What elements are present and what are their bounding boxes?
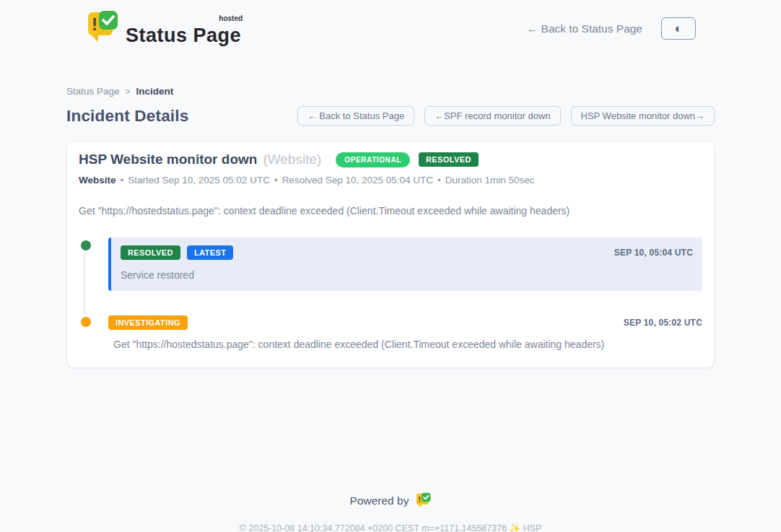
back-to-status-button[interactable]: ← Back to Status Page bbox=[297, 106, 414, 126]
incident-component: (Website) bbox=[263, 152, 321, 167]
theme-toggle-button[interactable]: ◐ bbox=[661, 17, 696, 40]
meta-separator: • bbox=[274, 175, 278, 186]
timeline-dot-orange bbox=[79, 315, 93, 329]
brand-logo[interactable]: ! Status Page hosted bbox=[85, 10, 241, 47]
breadcrumb-separator: > bbox=[126, 87, 131, 97]
brand-superscript: hosted bbox=[219, 14, 243, 22]
timeline-badge-resolved: RESOLVED bbox=[121, 245, 180, 260]
meta-duration: Duration 1min 50sec bbox=[445, 175, 535, 186]
powered-by-label: Powered by bbox=[350, 494, 409, 507]
timeline-dot-green bbox=[79, 238, 93, 253]
page-title: Incident Details bbox=[66, 107, 189, 126]
meta-separator: • bbox=[121, 175, 124, 186]
svg-text:!: ! bbox=[92, 14, 97, 34]
app-header: ! Status Page hosted ← Back to Status Pa… bbox=[66, 0, 715, 47]
breadcrumb-current: Incident bbox=[136, 86, 174, 97]
half-circle-icon: ◐ bbox=[675, 22, 682, 35]
next-incident-button[interactable]: HSP Website monitor down→ bbox=[571, 106, 715, 126]
back-to-status-link[interactable]: ← Back to Status Page bbox=[527, 22, 642, 35]
meta-separator: • bbox=[437, 175, 441, 186]
hsp-logo-icon[interactable]: ! bbox=[415, 492, 431, 509]
timeline-badge-investigating: INVESTIGATING bbox=[108, 315, 188, 330]
timeline-message: Service restored bbox=[121, 269, 693, 281]
timeline-message: Get "https://hostedstatus.page": context… bbox=[108, 339, 702, 350]
timeline-connector-line bbox=[84, 246, 85, 320]
incident-title: HSP Website monitor down bbox=[79, 152, 257, 167]
incident-card: HSP Website monitor down (Website) OPERA… bbox=[66, 141, 715, 368]
copyright-text: © 2025-10-08 14:10:34.772084 +0200 CEST … bbox=[0, 523, 781, 532]
timeline-item-resolved: RESOLVED LATEST SEP 10, 05:04 UTC Servic… bbox=[108, 237, 702, 291]
meta-resolved: Resolved Sep 10, 2025 05:04 UTC bbox=[282, 175, 433, 186]
breadcrumb-root[interactable]: Status Page bbox=[66, 86, 120, 97]
timeline-item-investigating: INVESTIGATING SEP 10, 05:02 UTC Get "htt… bbox=[108, 315, 702, 350]
breadcrumb: Status Page > Incident bbox=[66, 86, 715, 97]
operational-status-badge: OPERATIONAL bbox=[336, 152, 410, 167]
page-footer: Powered by ! © 2025-10-08 14:10:34.77208… bbox=[0, 492, 781, 532]
incident-meta: Website • Started Sep 10, 2025 05:02 UTC… bbox=[79, 175, 702, 186]
statuspage-logo-icon: ! bbox=[85, 10, 118, 47]
timeline-timestamp: SEP 10, 05:02 UTC bbox=[624, 318, 702, 328]
incident-timeline: RESOLVED LATEST SEP 10, 05:04 UTC Servic… bbox=[79, 237, 702, 350]
brand-name: Status Page bbox=[126, 25, 241, 46]
resolved-status-badge: RESOLVED bbox=[419, 152, 479, 167]
timeline-timestamp: SEP 10, 05:04 UTC bbox=[614, 248, 693, 258]
meta-started: Started Sep 10, 2025 05:02 UTC bbox=[128, 175, 270, 186]
meta-component: Website bbox=[79, 175, 116, 186]
incident-description: Get "https://hostedstatus.page": context… bbox=[79, 205, 702, 217]
svg-text:!: ! bbox=[419, 495, 422, 504]
incident-nav: ← Back to Status Page ←SPF record monito… bbox=[297, 106, 715, 126]
prev-incident-button[interactable]: ←SPF record monitor down bbox=[424, 106, 560, 126]
timeline-badge-latest: LATEST bbox=[187, 245, 233, 260]
